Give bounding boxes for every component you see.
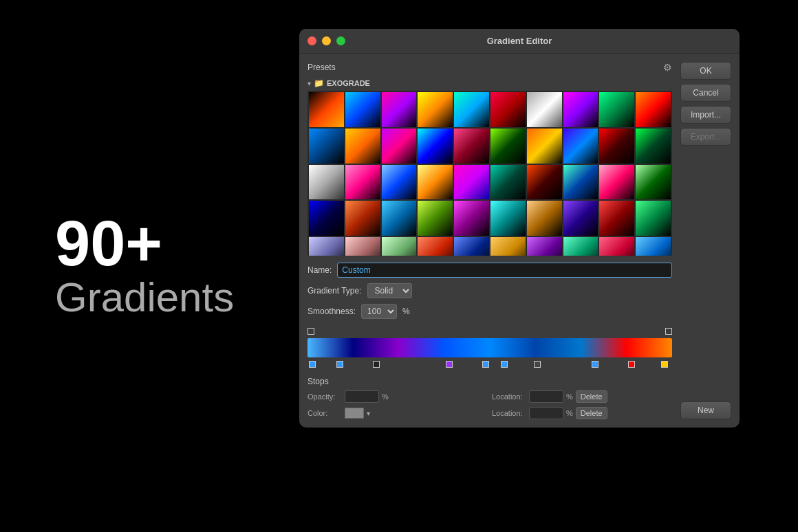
opacity-location-label: Location: — [492, 392, 526, 401]
gradient-cell-36[interactable] — [527, 201, 562, 236]
gradient-cell-30[interactable] — [309, 201, 344, 236]
gradient-editor-dialog: Gradient Editor Presets ⚙ ▾ 📁 EXOGRADE N… — [299, 29, 740, 428]
presets-header: Presets ⚙ — [308, 62, 672, 73]
gradient-bar[interactable] — [308, 338, 672, 357]
gradient-cell-6[interactable] — [527, 92, 562, 127]
gradient-cell-35[interactable] — [490, 201, 526, 236]
opacity-row: Opacity: % — [308, 390, 488, 403]
gradient-cell-46[interactable] — [527, 237, 562, 256]
export-button[interactable]: Export... — [680, 128, 731, 146]
gradient-cell-37[interactable] — [563, 201, 598, 236]
gradient-cell-14[interactable] — [454, 129, 489, 164]
color-stop-0[interactable] — [309, 361, 316, 368]
gradient-cell-23[interactable] — [418, 165, 453, 200]
gradient-cell-48[interactable] — [599, 237, 634, 256]
color-dropdown-icon[interactable]: ▾ — [367, 410, 370, 417]
opacity-stop-left[interactable] — [308, 328, 314, 335]
gradient-cell-33[interactable] — [418, 201, 453, 236]
color-delete-button[interactable]: Delete — [576, 407, 607, 419]
color-stop-1[interactable] — [336, 361, 343, 368]
gradient-bar-area — [308, 326, 672, 370]
gradient-cell-39[interactable] — [636, 201, 671, 236]
new-button[interactable]: New — [680, 401, 731, 419]
gradient-cell-10[interactable] — [309, 129, 344, 164]
dialog-body: Presets ⚙ ▾ 📁 EXOGRADE Name: Gradient Ty… — [299, 54, 740, 428]
gradient-cell-9[interactable] — [636, 92, 671, 127]
gradient-cell-1[interactable] — [345, 92, 380, 127]
gradient-cell-13[interactable] — [418, 129, 453, 164]
gradient-cell-19[interactable] — [636, 129, 671, 164]
gradient-cell-11[interactable] — [345, 129, 380, 164]
hero-number: 90+ — [55, 212, 234, 275]
gradient-cell-4[interactable] — [454, 92, 489, 127]
color-stop-5[interactable] — [501, 361, 508, 368]
gradient-cell-24[interactable] — [454, 165, 489, 200]
color-stop-4[interactable] — [482, 361, 489, 368]
gradient-grid[interactable] — [308, 91, 672, 256]
right-panel: OK Cancel Import... Export... New — [680, 62, 731, 419]
maximize-button[interactable] — [336, 36, 345, 45]
presets-label: Presets — [308, 63, 336, 72]
name-row: Name: — [308, 263, 672, 278]
stops-section: Stops Opacity: % Location: % Delete — [308, 377, 672, 419]
gradient-cell-7[interactable] — [563, 92, 598, 127]
name-input[interactable] — [337, 263, 672, 278]
cancel-button[interactable]: Cancel — [680, 84, 731, 102]
gradient-type-select[interactable]: Solid Noise — [367, 283, 412, 298]
gradient-cell-49[interactable] — [636, 237, 671, 256]
folder-name: EXOGRADE — [327, 79, 370, 87]
color-location-label: Location: — [492, 409, 526, 417]
gradient-cell-43[interactable] — [418, 237, 453, 256]
gradient-cell-29[interactable] — [636, 165, 671, 200]
gradient-cell-44[interactable] — [454, 237, 489, 256]
gradient-cell-3[interactable] — [418, 92, 453, 127]
gradient-cell-15[interactable] — [490, 129, 526, 164]
gradient-cell-8[interactable] — [599, 92, 634, 127]
color-stop-7[interactable] — [592, 361, 598, 368]
gradient-cell-17[interactable] — [563, 129, 598, 164]
opacity-pct: % — [382, 392, 389, 401]
gradient-cell-28[interactable] — [599, 165, 634, 200]
gradient-cell-38[interactable] — [599, 201, 634, 236]
color-stop-8[interactable] — [628, 361, 635, 368]
gradient-cell-27[interactable] — [563, 165, 598, 200]
gradient-cell-0[interactable] — [309, 92, 344, 127]
gradient-cell-26[interactable] — [527, 165, 562, 200]
opacity-input[interactable] — [345, 390, 379, 403]
opacity-stop-right[interactable] — [665, 328, 672, 335]
color-swatch[interactable] — [345, 408, 364, 419]
gradient-cell-41[interactable] — [345, 237, 380, 256]
color-stop-6[interactable] — [534, 361, 541, 368]
color-stop-3[interactable] — [446, 361, 453, 368]
gradient-cell-2[interactable] — [382, 92, 417, 127]
minimize-button[interactable] — [322, 36, 331, 45]
gradient-cell-16[interactable] — [527, 129, 562, 164]
import-button[interactable]: Import... — [680, 106, 731, 124]
gradient-cell-20[interactable] — [309, 165, 344, 200]
ok-button[interactable]: OK — [680, 62, 731, 80]
gradient-cell-21[interactable] — [345, 165, 380, 200]
gradient-cell-47[interactable] — [563, 237, 598, 256]
gear-icon[interactable]: ⚙ — [663, 62, 672, 73]
color-stop-9[interactable] — [661, 361, 668, 368]
opacity-location-input[interactable] — [529, 390, 563, 403]
gradient-cell-5[interactable] — [490, 92, 526, 127]
folder-row[interactable]: ▾ 📁 EXOGRADE — [308, 78, 672, 88]
gradient-cell-42[interactable] — [382, 237, 417, 256]
opacity-delete-button[interactable]: Delete — [576, 390, 607, 403]
gradient-cell-22[interactable] — [382, 165, 417, 200]
color-stop-2[interactable] — [373, 361, 380, 368]
gradient-cell-32[interactable] — [382, 201, 417, 236]
color-location-input[interactable] — [529, 407, 563, 419]
smoothness-select[interactable]: 100 — [361, 304, 397, 319]
close-button[interactable] — [308, 36, 316, 45]
gradient-cell-18[interactable] — [599, 129, 634, 164]
gradient-cell-25[interactable] — [490, 165, 526, 200]
titlebar: Gradient Editor — [299, 29, 740, 54]
gradient-cell-40[interactable] — [309, 237, 344, 256]
gradient-cell-34[interactable] — [454, 201, 489, 236]
gradient-cell-12[interactable] — [382, 129, 417, 164]
gradient-cell-45[interactable] — [490, 237, 526, 256]
hero-section: 90+ Gradients — [55, 212, 234, 320]
gradient-cell-31[interactable] — [345, 201, 380, 236]
